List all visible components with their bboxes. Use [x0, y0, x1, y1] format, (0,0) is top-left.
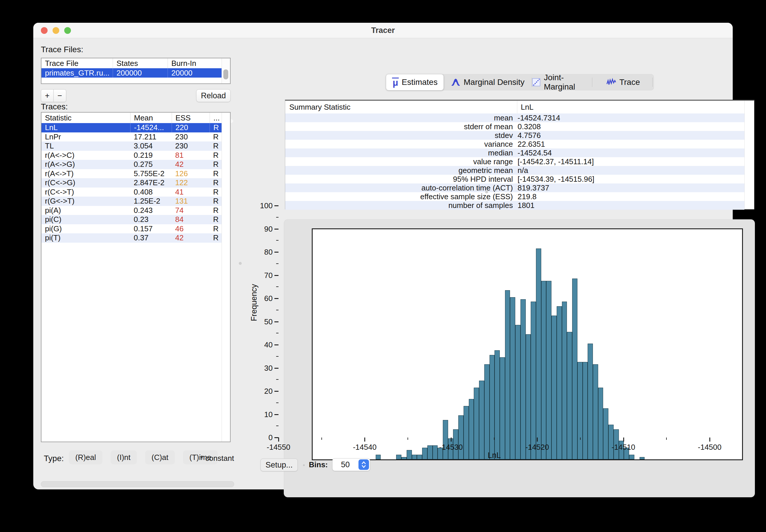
trace-file-row[interactable]: primates_GTR.ru...20000020000: [41, 68, 222, 78]
bins-select[interactable]: 50: [332, 458, 370, 471]
summary-statistic-value: -14524.7314: [517, 113, 560, 122]
reload-button-label: Reload: [201, 91, 226, 100]
summary-row: 95% HPD interval[-14534.39, -14515.96]: [285, 175, 744, 183]
summary-statistic-value: [-14534.39, -14515.96]: [517, 175, 595, 183]
summary-statistic-value: 4.7576: [517, 131, 541, 140]
y-tick-label: 0: [246, 433, 273, 442]
trace-statistic-row[interactable]: pi(T)0.3742R: [41, 233, 222, 243]
trace-statistic-name: r(A<->T): [41, 169, 130, 179]
trace-statistic-type: R: [210, 141, 222, 151]
trace-statistic-row[interactable]: r(A<->T)5.755E-2126R: [41, 169, 222, 179]
histogram-bar: [583, 362, 588, 459]
trace-statistic-row[interactable]: LnL-14524...220R: [41, 123, 222, 132]
column-header-statistic[interactable]: Statistic: [41, 113, 130, 123]
histogram-bar: [526, 334, 531, 459]
column-header-trace-file[interactable]: Trace File: [41, 58, 113, 68]
trace-statistic-type: R: [210, 178, 222, 188]
histogram-plot: [312, 228, 743, 460]
trace-files-scroll-thumb[interactable]: [223, 69, 228, 79]
bins-stepper[interactable]: [358, 459, 369, 470]
histogram-bar: [448, 438, 453, 459]
y-minor-tick: [276, 240, 279, 241]
traces-scrollbar[interactable]: [222, 113, 230, 442]
trace-statistic-mean: 0.157: [130, 224, 171, 234]
summary-column-statistic[interactable]: Summary Statistic: [289, 101, 351, 113]
trace-statistic-type: R: [210, 151, 222, 160]
trace-statistic-mean: 0.243: [130, 206, 171, 215]
trace-statistic-row[interactable]: r(G<->T)1.25E-2131R: [41, 197, 222, 206]
histogram-bar: [551, 316, 557, 459]
type-button-int[interactable]: (I)nt: [111, 450, 137, 464]
trace-statistic-row[interactable]: r(C<->G)2.847E-2122R: [41, 178, 222, 188]
type-button-real[interactable]: (R)eal: [69, 450, 102, 464]
tab-label: Estimates: [402, 78, 438, 87]
trace-statistic-row[interactable]: TL3.054230R: [41, 141, 222, 151]
trace-statistic-name: r(C<->T): [41, 188, 130, 197]
trace-statistic-ess: 81: [171, 151, 210, 160]
y-tick-label: 40: [246, 340, 273, 349]
summary-row: number of samples1801: [285, 201, 744, 210]
tracer-window: Tracer Trace Files: Trace File States Bu…: [33, 23, 733, 489]
trace-statistic-row[interactable]: r(A<->G)0.27542R: [41, 160, 222, 169]
trace-statistic-name: pi(A): [41, 206, 130, 215]
constant-note: * constant: [200, 454, 234, 463]
panel-split-handle-icon[interactable]: [239, 262, 242, 265]
summary-statistics-table: Summary Statistic LnL mean-14524.7314std…: [285, 100, 754, 209]
summary-statistic-label: auto-correlation time (ACT): [285, 183, 513, 192]
tab-trace[interactable]: Trace: [592, 74, 654, 90]
remove-trace-file-button[interactable]: −: [53, 89, 66, 102]
trace-statistic-type: R: [210, 123, 222, 132]
trace-statistic-ess: 230: [171, 132, 210, 142]
summary-statistic-value: n/a: [517, 166, 528, 175]
histogram-bar: [515, 325, 520, 459]
tab-marginal-density[interactable]: Marginal Density: [444, 74, 531, 90]
y-major-tick: [274, 391, 279, 392]
type-button-cat[interactable]: (C)at: [145, 450, 175, 464]
plus-icon: +: [45, 91, 50, 100]
trace-statistic-row[interactable]: r(C<->T)0.40841R: [41, 188, 222, 197]
reload-button[interactable]: Reload: [196, 89, 231, 102]
y-axis-title: Frequency: [250, 274, 259, 332]
add-trace-file-button[interactable]: +: [41, 89, 54, 102]
title-bar[interactable]: Tracer: [33, 23, 733, 38]
trace-statistic-mean: 0.219: [130, 151, 171, 160]
histogram-bar: [520, 299, 526, 459]
column-header-ess[interactable]: ESS: [171, 113, 210, 123]
view-tab-bar: μEstimatesMarginal DensityJoint-Marginal…: [386, 74, 654, 90]
column-header-type[interactable]: ...: [210, 113, 222, 123]
trace-statistic-ess: 42: [171, 160, 210, 169]
summary-statistic-value: 819.3737: [517, 183, 549, 192]
screen: Tracer Trace Files: Trace File States Bu…: [0, 0, 766, 532]
y-minor-tick: [276, 286, 279, 287]
summary-chart-split-handle-icon[interactable]: [485, 190, 488, 193]
y-tick-label: 10: [246, 410, 273, 419]
trace-statistic-row[interactable]: r(A<->C)0.21981R: [41, 151, 222, 160]
tab-estimates[interactable]: μEstimates: [386, 74, 444, 90]
y-minor-tick: [276, 217, 279, 218]
trace-statistic-row[interactable]: pi(C)0.2384R: [41, 215, 222, 224]
setup-button-label: Setup...: [265, 461, 293, 470]
histogram-bar: [407, 450, 412, 459]
trace-statistic-row[interactable]: LnPr17.211230R: [41, 132, 222, 142]
histogram-bar: [469, 399, 474, 459]
trace-statistic-name: TL: [41, 141, 130, 151]
trace-files-scrollbar[interactable]: [222, 58, 230, 83]
setup-button[interactable]: Setup...: [260, 459, 298, 471]
trace-icon: [606, 78, 617, 87]
trace-statistic-mean: 0.23: [130, 215, 171, 224]
histogram-bar: [510, 297, 515, 460]
trace-statistic-row[interactable]: pi(G)0.15746R: [41, 224, 222, 234]
trace-files-label: Trace Files:: [41, 45, 83, 54]
summary-statistic-value: 0.3208: [517, 122, 541, 131]
summary-scrollbar[interactable]: [744, 101, 754, 209]
histogram-bar: [484, 364, 489, 459]
trace-statistic-row[interactable]: pi(A)0.24374R: [41, 206, 222, 215]
tab-joint-marginal[interactable]: Joint-Marginal: [531, 74, 592, 90]
summary-column-lnl[interactable]: LnL: [517, 101, 533, 113]
column-header-states[interactable]: States: [113, 58, 167, 68]
summary-row: value range[-14542.37, -14511.14]: [285, 157, 744, 166]
traces-label: Traces:: [41, 102, 68, 111]
column-header-mean[interactable]: Mean: [130, 113, 171, 123]
column-header-burn-in[interactable]: Burn-In: [167, 58, 222, 68]
left-horizontal-scrollbar[interactable]: [41, 481, 234, 487]
